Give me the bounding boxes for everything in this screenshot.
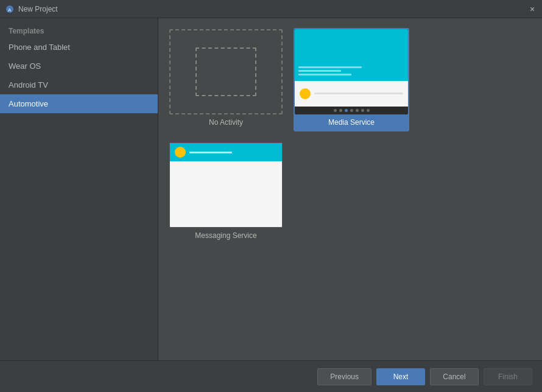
sidebar-item-android-tv[interactable]: Android TV	[0, 75, 158, 94]
app-icon: A	[5, 4, 15, 14]
dot-7	[367, 109, 370, 112]
media-top	[295, 29, 408, 81]
media-line-1	[298, 66, 362, 68]
no-activity-preview	[169, 29, 283, 114]
messaging-service-label: Messaging Service	[169, 228, 283, 241]
cancel-button[interactable]: Cancel	[430, 368, 479, 385]
msg-title-line	[189, 152, 232, 153]
finish-button[interactable]: Finish	[484, 368, 532, 385]
bottom-bar: Previous Next Cancel Finish	[0, 360, 542, 392]
svg-text:A: A	[8, 7, 12, 13]
title-bar: A New Project ×	[0, 0, 542, 18]
msg-body	[221, 161, 231, 227]
media-play-circle	[300, 88, 311, 99]
msg-avatar	[175, 147, 186, 158]
previous-button[interactable]: Previous	[317, 368, 371, 385]
sidebar-item-phone-tablet[interactable]: Phone and Tablet	[0, 38, 158, 57]
template-card-no-activity[interactable]: No Activity	[168, 28, 284, 131]
next-button[interactable]: Next	[376, 368, 425, 385]
templates-panel: No Activity	[158, 18, 542, 360]
no-activity-inner	[195, 47, 256, 96]
media-line-3	[298, 74, 351, 75]
msg-top	[170, 143, 282, 161]
template-card-media-service[interactable]: Media Service	[294, 28, 409, 131]
sidebar-item-wear-os[interactable]: Wear OS	[0, 57, 158, 75]
media-bottom	[295, 81, 408, 107]
dot-6	[361, 109, 364, 112]
content-area: Templates Phone and Tablet Wear OS Andro…	[0, 18, 542, 360]
dot-1	[334, 109, 337, 112]
main-container: Templates Phone and Tablet Wear OS Andro…	[0, 18, 542, 392]
media-progress-bar	[314, 93, 403, 94]
template-card-messaging-service[interactable]: Messaging Service	[168, 141, 284, 245]
sidebar-section-label: Templates	[0, 23, 158, 38]
media-line-2	[298, 70, 341, 72]
media-dots	[330, 107, 373, 114]
dot-3	[345, 109, 348, 112]
media-service-preview	[295, 29, 408, 114]
messaging-preview	[169, 142, 283, 228]
window-title: New Project	[18, 5, 527, 13]
media-service-label: Media Service	[295, 114, 408, 128]
dot-4	[350, 109, 353, 112]
no-activity-label: No Activity	[169, 114, 283, 128]
templates-grid: No Activity	[168, 28, 532, 245]
sidebar-item-automotive[interactable]: Automotive	[0, 94, 158, 113]
dot-2	[339, 109, 342, 112]
close-button[interactable]: ×	[527, 4, 537, 14]
dot-5	[356, 109, 359, 112]
sidebar: Templates Phone and Tablet Wear OS Andro…	[0, 18, 158, 360]
